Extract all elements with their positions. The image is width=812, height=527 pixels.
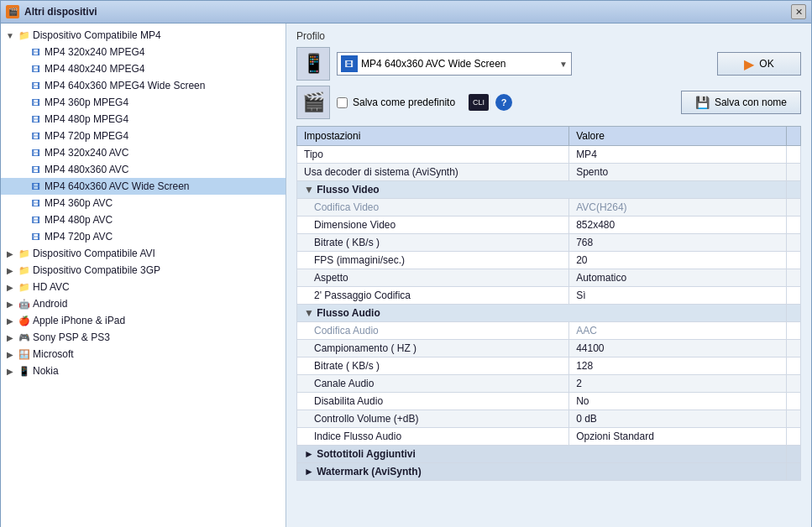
setting-label: FPS (immagini/sec.): [297, 252, 569, 269]
section-label: ▼ Flusso Audio: [297, 305, 787, 322]
tree-item-mp4-720p-avc[interactable]: 🎞 MP4 720p AVC: [1, 228, 286, 245]
tree-label-avi-compat: Dispositivo Compatibile AVI: [33, 248, 155, 259]
setting-label: Dimensione Video: [297, 217, 569, 234]
setting-label: Controllo Volume (+dB): [297, 410, 569, 428]
tree-item-3gp-compat[interactable]: ▶ 📁 Dispositivo Compatibile 3GP: [1, 262, 286, 279]
setting-value: No: [569, 393, 787, 410]
save-default-label: Salva come predefinito: [353, 97, 455, 108]
ok-button[interactable]: ▶ OK: [717, 52, 801, 76]
settings-row[interactable]: Indice Flusso AudioOpzioni Standard: [297, 428, 801, 446]
tree-item-mp4-480p-avc[interactable]: 🎞 MP4 480p AVC: [1, 211, 286, 228]
expand-nokia[interactable]: ▶: [4, 365, 16, 377]
tree-item-mp4-320-mpeg4[interactable]: 🎞 MP4 320x240 MPEG4: [1, 44, 286, 60]
tree-item-mp4-640-avc[interactable]: 🎞 MP4 640x360 AVC Wide Screen: [1, 178, 286, 195]
settings-row[interactable]: Campionamento ( HZ )44100: [297, 340, 801, 357]
settings-row[interactable]: ▼ Flusso Audio: [297, 305, 801, 322]
tree-item-hd-avc[interactable]: ▶ 📁 HD AVC: [1, 279, 286, 295]
settings-row[interactable]: Usa decoder di sistema (AviSynth)Spento: [297, 164, 801, 181]
collapsed-label[interactable]: ► Watermark (AviSynth): [297, 463, 787, 481]
settings-row[interactable]: ► Watermark (AviSynth): [297, 463, 801, 481]
setting-value: Sì: [569, 287, 787, 305]
setting-value: 0 dB: [569, 410, 787, 428]
expand-apple[interactable]: ▶: [4, 315, 16, 326]
tree-label-mp4-480p-avc: MP4 480p AVC: [45, 214, 113, 226]
right-panel: Profilo 📱 🎞 MP4 640x360 AVC Wide Screen …: [286, 23, 811, 527]
tree-item-apple[interactable]: ▶ 🍎 Apple iPhone & iPad: [1, 312, 286, 329]
settings-row[interactable]: Bitrate ( KB/s )128: [297, 357, 801, 375]
tree-item-mp4-480-avc[interactable]: 🎞 MP4 480x360 AVC: [1, 161, 286, 178]
tree-item-microsoft[interactable]: ▶ 🪟 Microsoft: [1, 346, 286, 363]
setting-value: MP4: [569, 146, 787, 164]
tree-item-avi-compat[interactable]: ▶ 📁 Dispositivo Compatibile AVI: [1, 245, 286, 262]
main-window: 🎬 Altri dispositivi ✕ ▼ 📁 Dispositivo Co…: [0, 0, 812, 527]
title-bar-left: 🎬 Altri dispositivi: [6, 5, 97, 18]
tree-item-mp4-360p-avc[interactable]: 🎞 MP4 360p AVC: [1, 195, 286, 211]
tree-label-mp4-360p-avc: MP4 360p AVC: [45, 197, 113, 209]
expand-hd-avc[interactable]: ▶: [4, 281, 16, 293]
section-arrow-icon: ▼: [304, 307, 317, 319]
sony-icon: 🎮: [18, 331, 31, 344]
tree-item-mp4-480-mpeg4[interactable]: 🎞 MP4 480x240 MPEG4: [1, 60, 286, 77]
expand-avi-compat[interactable]: ▶: [4, 248, 16, 259]
dropdown-icon: 🎞: [341, 55, 358, 72]
settings-row[interactable]: FPS (immagini/sec.)20: [297, 252, 801, 269]
row-scroll: [787, 287, 801, 305]
nokia-icon: 📱: [18, 364, 31, 378]
tree-label-mp4-480-avc: MP4 480x360 AVC: [45, 164, 129, 175]
tree-item-mp4-720p-mpeg4[interactable]: 🎞 MP4 720p MPEG4: [1, 128, 286, 144]
save-default-checkbox[interactable]: [337, 97, 348, 108]
expand-mp4-compat[interactable]: ▼: [4, 29, 16, 41]
tree-item-mp4-360p-mpeg4[interactable]: 🎞 MP4 360p MPEG4: [1, 94, 286, 111]
expand-microsoft[interactable]: ▶: [4, 348, 16, 360]
tree-label-hd-avc: HD AVC: [33, 281, 70, 293]
profile-icon: 📱: [296, 47, 330, 81]
settings-row[interactable]: AspettoAutomatico: [297, 269, 801, 287]
setting-value: 44100: [569, 340, 787, 357]
expand-android[interactable]: ▶: [4, 298, 16, 310]
expand-3gp-compat[interactable]: ▶: [4, 264, 16, 276]
settings-row[interactable]: Codifica AudioAAC: [297, 322, 801, 340]
settings-row[interactable]: ▼ Flusso Video: [297, 181, 801, 199]
collapsed-label[interactable]: ► Sottotitoli Aggiuntivi: [297, 446, 787, 463]
info-button[interactable]: ?: [495, 94, 512, 111]
settings-row[interactable]: Controllo Volume (+dB)0 dB: [297, 410, 801, 428]
tree-item-nokia[interactable]: ▶ 📱 Nokia: [1, 363, 286, 379]
tree-item-mp4-640-mpeg4[interactable]: 🎞 MP4 640x360 MPEG4 Wide Screen: [1, 77, 286, 94]
tree-item-mp4-320-avc[interactable]: 🎞 MP4 320x240 AVC: [1, 144, 286, 161]
row-scroll: [787, 199, 801, 217]
save-name-button[interactable]: 💾 Salva con nome: [681, 91, 801, 114]
tree-label-mp4-compat: Dispositivo Compatibile MP4: [33, 29, 161, 41]
settings-row[interactable]: ► Sottotitoli Aggiuntivi: [297, 446, 801, 463]
video-icon: 🎞: [29, 129, 43, 143]
settings-row[interactable]: Codifica VideoAVC(H264): [297, 199, 801, 217]
tree-label-nokia: Nokia: [33, 365, 59, 377]
settings-row[interactable]: 2' Passaggio CodificaSì: [297, 287, 801, 305]
expand-sony[interactable]: ▶: [4, 331, 16, 343]
settings-row[interactable]: Bitrate ( KB/s )768: [297, 234, 801, 252]
cmd-icon[interactable]: CLI: [469, 94, 489, 111]
setting-label: Usa decoder di sistema (AviSynth): [297, 164, 569, 181]
tree-label-apple: Apple iPhone & iPad: [33, 315, 125, 326]
section-scroll: [787, 305, 801, 322]
setting-value: Automatico: [569, 269, 787, 287]
ok-button-label: OK: [759, 58, 773, 70]
settings-row[interactable]: Canale Audio2: [297, 375, 801, 393]
close-button[interactable]: ✕: [791, 4, 806, 19]
tree-label-android: Android: [33, 298, 67, 310]
tree-label-microsoft: Microsoft: [33, 348, 74, 360]
collapsed-scroll: [787, 446, 801, 463]
row-scroll: [787, 146, 801, 164]
save-name-label: Salva con nome: [715, 97, 787, 108]
tree-label-mp4-320-mpeg4: MP4 320x240 MPEG4: [45, 46, 144, 58]
settings-row[interactable]: Disabilita AudioNo: [297, 393, 801, 410]
settings-row[interactable]: Dimensione Video852x480: [297, 217, 801, 234]
tree-item-android[interactable]: ▶ 🤖 Android: [1, 295, 286, 312]
tree-item-sony[interactable]: ▶ 🎮 Sony PSP & PS3: [1, 329, 286, 346]
tree-item-mp4-compat[interactable]: ▼ 📁 Dispositivo Compatibile MP4: [1, 27, 286, 44]
settings-row[interactable]: TipoMP4: [297, 146, 801, 164]
profile-bottom-row: 🎬 Salva come predefinito CLI ? 💾 Salva c…: [296, 86, 801, 119]
setting-label: Disabilita Audio: [297, 393, 569, 410]
tree-item-mp4-480p-mpeg4[interactable]: 🎞 MP4 480p MPEG4: [1, 111, 286, 128]
profile-dropdown[interactable]: 🎞 MP4 640x360 AVC Wide Screen ▼: [337, 52, 572, 76]
folder-icon-avi: 📁: [18, 247, 31, 260]
